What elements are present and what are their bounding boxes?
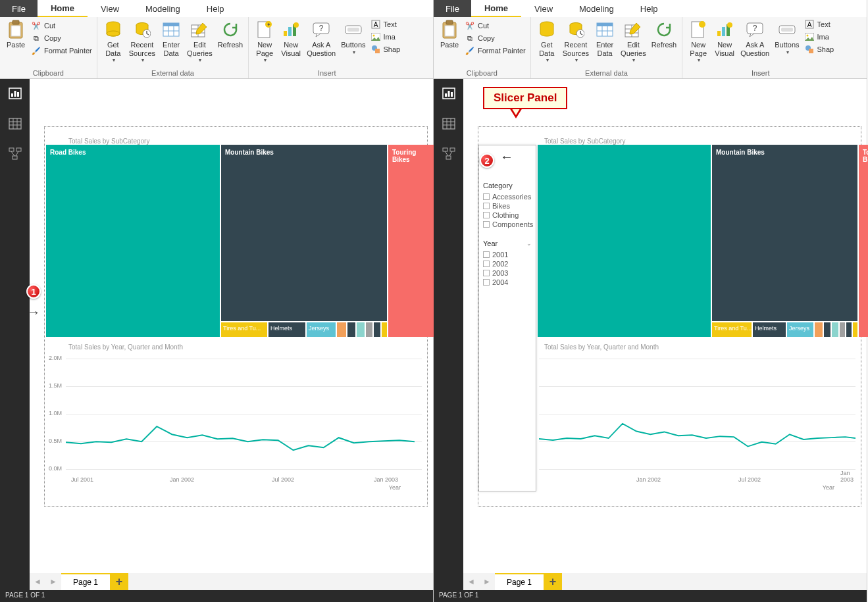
page-next[interactable]: ► <box>45 577 61 586</box>
file-menu[interactable]: File <box>434 0 471 17</box>
data-view-button[interactable] <box>438 114 459 133</box>
report-view-button[interactable] <box>438 84 459 103</box>
treemap-cell-s6[interactable] <box>382 322 387 337</box>
ask-question-button[interactable]: ?Ask A Question <box>304 18 338 59</box>
paste-button[interactable]: Paste <box>3 18 29 51</box>
treemap-cell-s1[interactable] <box>337 322 346 337</box>
treemap-cell-mountain-bikes[interactable]: Mountain Bikes <box>712 145 857 321</box>
treemap-cell-touring-bikes[interactable]: Touring Bikes <box>859 145 868 337</box>
get-data-button[interactable]: Get Data <box>100 18 126 64</box>
image-button[interactable]: Ima <box>370 32 401 42</box>
treemap-cell-road-bikes[interactable]: Road Bikes <box>46 145 220 337</box>
recent-sources-button[interactable]: Recent Sources <box>126 18 158 64</box>
ask-question-button[interactable]: ?Ask A Question <box>738 18 772 59</box>
expand-panel-arrow[interactable]: → <box>26 304 41 321</box>
page-prev[interactable]: ◄ <box>463 577 479 586</box>
tab-modeling[interactable]: Modeling <box>132 0 193 17</box>
svg-rect-36 <box>17 92 19 97</box>
enter-data-button[interactable]: Enter Data <box>592 18 618 59</box>
treemap-cell-s3[interactable] <box>357 322 365 337</box>
treemap-cell-jerseys[interactable]: Jerseys <box>787 322 813 337</box>
tab-help[interactable]: Help <box>193 0 238 17</box>
edit-queries-button[interactable]: Edit Queries <box>184 18 215 64</box>
report-canvas[interactable]: Total Sales by SubCategory ← Category Ac… <box>478 126 861 507</box>
linechart-visual[interactable]: Jan 2002 Jul 2002 Jan 2003 Year <box>538 351 861 492</box>
data-view-button[interactable] <box>5 114 26 133</box>
refresh-button[interactable]: Refresh <box>649 18 680 51</box>
buttons-button[interactable]: Buttons <box>338 18 368 57</box>
format-painter-button[interactable]: 🖌️Format Painter <box>465 45 526 56</box>
treemap-cell-road-bikes[interactable] <box>538 145 711 337</box>
tab-modeling[interactable]: Modeling <box>566 0 627 17</box>
slicer-item-accessories[interactable]: Accessories <box>483 192 532 201</box>
add-page-button[interactable]: + <box>110 573 128 590</box>
add-page-button[interactable]: + <box>544 573 562 590</box>
refresh-button[interactable]: Refresh <box>215 18 246 51</box>
copy-button[interactable]: ⧉Copy <box>31 33 92 43</box>
treemap-cell-s5[interactable] <box>374 322 380 337</box>
image-button[interactable]: Ima <box>804 32 834 42</box>
collapse-panel-arrow[interactable]: ← <box>500 149 513 164</box>
model-view-button[interactable] <box>5 145 26 163</box>
page-prev[interactable]: ◄ <box>30 577 45 586</box>
treemap-visual[interactable]: Road Bikes Mountain Bikes Touring Bikes … <box>46 145 426 337</box>
text-box-button[interactable]: AText <box>804 19 834 30</box>
tab-view[interactable]: View <box>521 0 566 17</box>
tab-home[interactable]: Home <box>38 0 88 17</box>
treemap-cell-tires[interactable]: Tires and Tu... <box>221 322 267 337</box>
slicer-item-2003[interactable]: 2003 <box>483 268 532 278</box>
shapes-button[interactable]: Shap <box>804 44 834 55</box>
new-page-button[interactable]: ✦New Page <box>251 18 278 64</box>
treemap-cell-s2[interactable] <box>347 322 355 337</box>
copy-button[interactable]: ⧉Copy <box>465 33 526 43</box>
recent-sources-button[interactable]: Recent Sources <box>560 18 592 64</box>
treemap-cell-jerseys[interactable]: Jerseys <box>307 322 336 337</box>
linechart-visual[interactable]: 2.0M 1.5M 1.0M 0.5M 0.0M Jul 2001 Jan 20… <box>45 351 427 492</box>
chevron-down-icon[interactable]: ⌄ <box>526 240 532 247</box>
buttons-button[interactable]: Buttons <box>772 18 802 57</box>
treemap-cell-s2[interactable] <box>824 322 830 337</box>
format-painter-button[interactable]: 🖌️Format Painter <box>31 45 92 56</box>
tab-home[interactable]: Home <box>471 0 521 17</box>
page-tab-1[interactable]: Page 1 <box>61 573 110 590</box>
treemap-cell-helmets[interactable]: Helmets <box>753 322 786 337</box>
slicer-item-2004[interactable]: 2004 <box>483 278 532 287</box>
treemap-cell-s4[interactable] <box>366 322 372 337</box>
get-data-button[interactable]: Get Data <box>534 18 560 64</box>
new-page-icon <box>688 20 708 39</box>
file-menu[interactable]: File <box>0 0 38 17</box>
edit-queries-button[interactable]: Edit Queries <box>618 18 649 64</box>
treemap-cell-s5[interactable] <box>846 322 852 337</box>
treemap-cell-s6[interactable] <box>853 322 857 337</box>
treemap-cell-touring-bikes[interactable]: Touring Bikes <box>388 145 436 337</box>
slicer-item-components[interactable]: Components <box>483 220 532 229</box>
report-canvas[interactable]: Total Sales by SubCategory Road Bikes Mo… <box>44 126 428 507</box>
tab-help[interactable]: Help <box>627 0 671 17</box>
text-box-button[interactable]: AText <box>370 19 401 30</box>
treemap-cell-helmets[interactable]: Helmets <box>268 322 305 337</box>
model-view-button[interactable] <box>438 145 459 163</box>
new-visual-button[interactable]: New Visual <box>711 18 738 59</box>
page-tab-1[interactable]: Page 1 <box>495 573 544 590</box>
treemap-cell-tires[interactable]: Tires and Tu... <box>712 322 752 337</box>
cut-button[interactable]: ✂️Cut <box>31 20 92 31</box>
page-next[interactable]: ► <box>479 577 495 586</box>
shapes-button[interactable]: Shap <box>370 44 401 55</box>
treemap-cell-s4[interactable] <box>840 322 845 337</box>
report-view-button[interactable] <box>5 84 26 103</box>
slicer-panel: ← Category Accessories Bikes Clothing Co… <box>478 145 536 491</box>
treemap-cell-s1[interactable] <box>815 322 823 337</box>
slicer-item-2001[interactable]: 2001 <box>483 250 532 259</box>
slicer-item-clothing[interactable]: Clothing <box>483 211 532 220</box>
new-visual-button[interactable]: New Visual <box>278 18 304 59</box>
paste-button[interactable]: Paste <box>436 18 463 51</box>
treemap-cell-s3[interactable] <box>832 322 838 337</box>
treemap-visual[interactable]: Mountain Bikes Touring Bikes Tires and T… <box>538 145 859 337</box>
slicer-item-2002[interactable]: 2002 <box>483 259 532 268</box>
new-page-button[interactable]: New Page <box>685 18 711 64</box>
tab-view[interactable]: View <box>88 0 132 17</box>
cut-button[interactable]: ✂️Cut <box>465 20 526 31</box>
slicer-item-bikes[interactable]: Bikes <box>483 201 532 211</box>
enter-data-button[interactable]: Enter Data <box>158 18 184 59</box>
treemap-cell-mountain-bikes[interactable]: Mountain Bikes <box>221 145 387 321</box>
